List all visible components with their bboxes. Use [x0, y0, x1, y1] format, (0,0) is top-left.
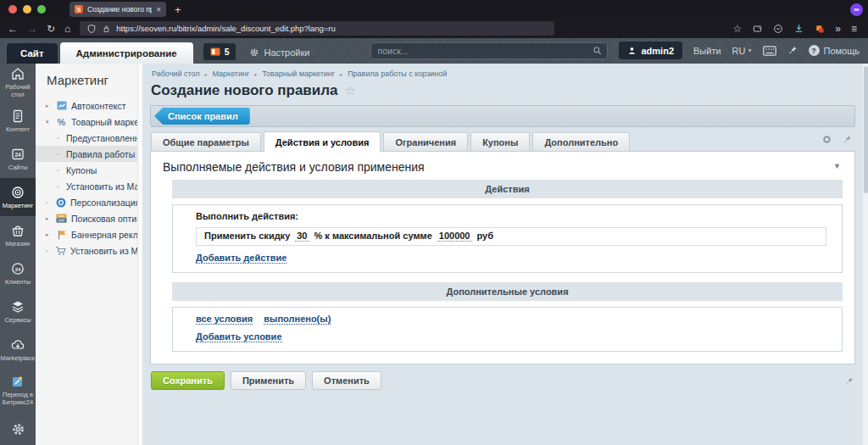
conditions-section: Дополнительные условия все условия выпол…: [172, 282, 843, 352]
pin-icon[interactable]: [843, 134, 852, 145]
header-settings[interactable]: Настройки: [249, 47, 309, 58]
back-icon[interactable]: ←: [8, 24, 18, 34]
sidebar-item-cart-rules[interactable]: ▪ Правила работы с корзиной: [36, 146, 142, 162]
save-button[interactable]: Сохранить: [151, 371, 225, 390]
rail-item-services[interactable]: Сервисы: [0, 292, 36, 331]
tab-coupons[interactable]: Купоны: [470, 132, 530, 151]
tab-site[interactable]: Сайт: [7, 43, 58, 64]
sidebar-item-install-marketplace-2[interactable]: ▪ Установить из Маркетплейса: [36, 242, 142, 259]
color-extension-icon[interactable]: [815, 24, 825, 34]
discount-value-control[interactable]: 30: [295, 231, 309, 242]
sidebar-item-personalization[interactable]: ▪ Персонализация: [36, 194, 142, 210]
rail-item-sites[interactable]: 24 Сайты: [0, 140, 36, 178]
sidebar-item-coupons[interactable]: ▪ Купоны: [36, 162, 142, 178]
action-type-control[interactable]: Применить скидку: [204, 231, 290, 241]
user-button[interactable]: admin2: [619, 42, 683, 59]
screen: S Создание нового правила - Се × + ∞ ← →…: [0, 0, 868, 445]
breadcrumb-link[interactable]: Рабочий стол: [152, 70, 200, 78]
scrollbar-thumb[interactable]: [864, 66, 868, 193]
menu-icon[interactable]: ≡: [851, 24, 857, 34]
browser-tab[interactable]: S Создание нового правила - Се ×: [70, 2, 166, 17]
rail-item-content[interactable]: Контент: [0, 102, 36, 140]
zoom-window-button[interactable]: [37, 5, 46, 14]
favorite-star-icon[interactable]: ☆: [345, 83, 356, 98]
expand-arrow-icon[interactable]: ▸: [46, 215, 52, 222]
rail-item-clients[interactable]: 24 Клиенты: [0, 254, 36, 292]
rail-item-bitrix24[interactable]: Переход в Битрикс24: [0, 369, 36, 411]
module-rail: Рабочий стол Контент 24 Сайты Маркетинг …: [0, 64, 36, 445]
forward-icon[interactable]: →: [27, 24, 37, 34]
rail-item-desktop[interactable]: Рабочий стол: [0, 64, 36, 102]
lock-icon[interactable]: [102, 24, 111, 34]
url-field[interactable]: https://seoven.ru/bitrix/admin/sale_disc…: [80, 21, 554, 36]
collapse-arrow-icon[interactable]: ▾: [46, 119, 52, 125]
sidebar-item-seo[interactable]: ▸ Поисковая оптимизация: [36, 210, 142, 226]
conditions-header: Дополнительные условия: [172, 282, 843, 301]
max-sum-value-control[interactable]: 100000: [437, 231, 472, 242]
logout-link[interactable]: Выйти: [693, 46, 721, 56]
percent-icon: %: [56, 117, 67, 127]
expand-arrow-icon[interactable]: ▸: [46, 103, 52, 109]
rules-list-button[interactable]: Список правил: [154, 108, 250, 125]
rail-item-marketing[interactable]: Маркетинг: [0, 178, 36, 216]
sidebar-item-autocontext[interactable]: ▸ Автоконтекст: [36, 97, 142, 114]
collapse-section-icon[interactable]: ▼: [833, 162, 841, 170]
download-icon[interactable]: [793, 23, 804, 34]
new-tab-button[interactable]: +: [175, 3, 181, 16]
pin-panel-icon[interactable]: [787, 45, 798, 56]
autocontext-icon: [56, 101, 67, 110]
language-select[interactable]: RU ▾: [732, 46, 752, 56]
expand-arrow-icon[interactable]: ▸: [46, 231, 52, 238]
extension-icon[interactable]: ∞: [850, 3, 863, 16]
sidebar-item-install-marketplace[interactable]: ▪ Установить из Маркетплейса: [36, 178, 142, 194]
screenshot-extension-icon[interactable]: [752, 24, 763, 34]
discount-unit-text[interactable]: % к максимальной сумме: [314, 231, 432, 241]
bookmark-star-icon[interactable]: ☆: [733, 24, 743, 34]
sidebar-item-label: Установить из Маркетплейса: [66, 181, 142, 192]
user-name: admin2: [642, 46, 675, 56]
tab-general[interactable]: Общие параметры: [151, 132, 261, 151]
search-icon[interactable]: [593, 46, 603, 56]
site-favicon: S: [75, 5, 83, 14]
overflow-icon[interactable]: »: [835, 24, 841, 34]
actions-box: Выполнить действия: Применить скидку 30 …: [172, 204, 843, 273]
notifications-badge[interactable]: 5: [203, 43, 236, 60]
home-icon[interactable]: ⌂: [64, 24, 70, 34]
rail-settings[interactable]: [0, 413, 36, 445]
seo-icon: [56, 214, 67, 223]
help-button[interactable]: ? Помощь: [809, 45, 860, 56]
sidebar-item-label: Персонализация: [70, 197, 140, 208]
reload-icon[interactable]: ↻: [47, 24, 55, 34]
rail-item-marketplace[interactable]: Marketplace: [0, 331, 36, 369]
add-condition-link[interactable]: Добавить условие: [196, 331, 282, 342]
sidebar-item-banners[interactable]: ▸ Баннерная реклама: [36, 226, 142, 242]
target-icon: [10, 185, 25, 200]
apply-button[interactable]: Применить: [231, 371, 306, 390]
pin-buttons-icon[interactable]: [845, 375, 854, 387]
rail-item-shop[interactable]: Магазин: [0, 216, 36, 254]
condition-logic-control[interactable]: выполнено(ы): [264, 314, 331, 325]
shield-icon[interactable]: [86, 24, 97, 34]
tab-administration[interactable]: Администрирование: [60, 42, 193, 64]
pocket-icon[interactable]: [773, 24, 783, 34]
tab-close-icon[interactable]: ×: [156, 5, 161, 14]
minimize-window-button[interactable]: [23, 5, 31, 14]
form-gear-icon[interactable]: [821, 134, 832, 145]
search-input[interactable]: [370, 42, 608, 59]
condition-group-control[interactable]: все условия: [196, 314, 253, 325]
rail-label: Клиенты: [5, 279, 31, 286]
breadcrumb-link[interactable]: Товарный маркетинг: [262, 70, 335, 78]
sidebar-item-preset-list[interactable]: ▪ Предустановленный список: [36, 130, 142, 146]
tab-actions-conditions[interactable]: Действия и условия: [264, 131, 381, 152]
cancel-button[interactable]: Отменить: [312, 371, 381, 390]
add-action-link[interactable]: Добавить действие: [196, 253, 287, 264]
hotkeys-icon[interactable]: [763, 46, 776, 56]
breadcrumb-link[interactable]: Правила работы с корзиной: [348, 70, 447, 78]
close-window-button[interactable]: [8, 5, 17, 14]
sidebar-item-product-marketing[interactable]: ▾ % Товарный маркетинг: [36, 114, 142, 130]
tab-restrictions[interactable]: Ограничения: [383, 132, 468, 151]
tab-additional[interactable]: Дополнительно: [532, 132, 630, 151]
rail-label: Маркетинг: [3, 203, 33, 210]
page-scrollbar[interactable]: [862, 64, 868, 445]
breadcrumb-link[interactable]: Маркетинг: [213, 70, 250, 78]
